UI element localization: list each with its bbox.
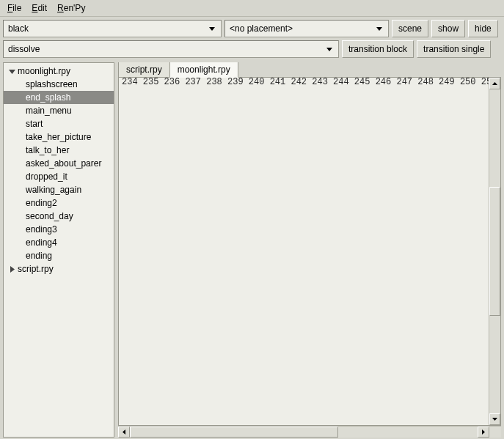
tree-label-take_her_picture[interactable]: take_her_picture — [4, 130, 114, 144]
tree-label-text: take_her_picture — [26, 132, 91, 142]
scene-button[interactable]: scene — [392, 20, 428, 37]
tree-label-second_day[interactable]: second_day — [4, 210, 114, 223]
tree-label-talk_to_her[interactable]: talk_to_her — [4, 144, 114, 157]
tree-label-text: ending — [26, 251, 52, 261]
dropdown-icon[interactable] — [373, 27, 385, 31]
tree-file-script[interactable]: script.rpy — [4, 262, 114, 276]
tree-label-start[interactable]: start — [4, 117, 114, 130]
tree-label-text: second_day — [26, 211, 73, 221]
tree-label-text: dropped_it — [26, 171, 67, 182]
placement-select-value: <no placement> — [230, 23, 373, 34]
tree-file-label: moonlight.rpy — [18, 66, 70, 76]
tree-file-label: script.rpy — [18, 264, 54, 274]
tree-collapse-icon[interactable] — [8, 265, 15, 273]
show-button[interactable]: show — [431, 20, 465, 37]
transition-block-button[interactable]: transition block — [342, 40, 414, 58]
tab-script-rpy[interactable]: script.rpy — [118, 62, 170, 77]
toolbar-row-1: black <no placement> scene show hide — [0, 17, 504, 40]
scroll-up-icon[interactable] — [489, 78, 500, 89]
line-gutter: 234 235 236 237 238 239 240 241 242 243 … — [119, 78, 489, 425]
image-select-value: black — [8, 23, 206, 34]
scrollbar-thumb[interactable] — [130, 427, 338, 438]
tree-file-moonlight[interactable]: moonlight.rpy — [4, 64, 114, 78]
scrollbar-thumb[interactable] — [489, 187, 500, 317]
editor-area: script.rpymoonlight.rpy 234 235 236 237 … — [118, 62, 501, 438]
scrollbar-horizontal[interactable] — [118, 426, 501, 438]
tab-moonlight-rpy[interactable]: moonlight.rpy — [169, 62, 238, 78]
tree-label-main_menu[interactable]: main_menu — [4, 104, 114, 117]
menubar: File Edit Ren'Py — [0, 0, 504, 17]
tree-label-text: ending3 — [26, 224, 57, 235]
transition-single-button[interactable]: transition single — [417, 40, 491, 58]
main-area: moonlight.rpy splashscreenend_splashmain… — [0, 61, 504, 439]
tree-label-text: walking_again — [26, 185, 81, 195]
editor: 234 235 236 237 238 239 240 241 242 243 … — [118, 77, 501, 426]
dropdown-icon[interactable] — [206, 27, 218, 31]
tree-label-ending[interactable]: ending — [4, 249, 114, 262]
tree-label-text: asked_about_parer — [26, 158, 101, 169]
menu-file[interactable]: File — [3, 1, 26, 15]
scroll-down-icon[interactable] — [489, 413, 500, 425]
editor-scroll[interactable]: 234 235 236 237 238 239 240 241 242 243 … — [119, 78, 489, 425]
tree-label-walking_again[interactable]: walking_again — [4, 183, 114, 196]
tree-label-ending3[interactable]: ending3 — [4, 223, 114, 236]
hide-button[interactable]: hide — [468, 20, 498, 37]
outline-tree[interactable]: moonlight.rpy splashscreenend_splashmain… — [3, 62, 114, 438]
tree-label-text: main_menu — [26, 106, 72, 116]
scroll-left-icon[interactable] — [118, 427, 130, 438]
tree-label-text: ending2 — [26, 198, 57, 208]
tree-label-end_splash[interactable]: end_splash — [4, 91, 114, 104]
tree-label-ending4[interactable]: ending4 — [4, 236, 114, 249]
tree-label-ending2[interactable]: ending2 — [4, 196, 114, 210]
scroll-right-icon[interactable] — [478, 427, 489, 438]
tree-label-text: ending4 — [26, 237, 57, 248]
image-select[interactable]: black — [3, 20, 222, 37]
tree-expand-icon[interactable] — [8, 67, 15, 75]
tree-label-splashscreen[interactable]: splashscreen — [4, 78, 114, 91]
tree-label-text: talk_to_her — [26, 145, 69, 155]
tree-label-text: splashscreen — [26, 79, 78, 89]
transition-select[interactable]: dissolve — [3, 40, 339, 58]
tree-label-text: start — [26, 119, 43, 129]
tree-label-text: end_splash — [26, 92, 70, 103]
placement-select[interactable]: <no placement> — [224, 20, 389, 37]
toolbar-row-2: dissolve transition block transition sin… — [0, 40, 504, 61]
menu-edit[interactable]: Edit — [27, 1, 51, 15]
dropdown-icon[interactable] — [324, 48, 335, 51]
scrollbar-vertical[interactable] — [489, 78, 500, 425]
tree-label-dropped_it[interactable]: dropped_it — [4, 170, 114, 183]
tab-bar: script.rpymoonlight.rpy — [118, 62, 501, 77]
tree-label-asked_about_parer[interactable]: asked_about_parer — [4, 157, 114, 170]
transition-select-value: dissolve — [8, 44, 324, 54]
menu-renpy[interactable]: Ren'Py — [53, 1, 90, 15]
